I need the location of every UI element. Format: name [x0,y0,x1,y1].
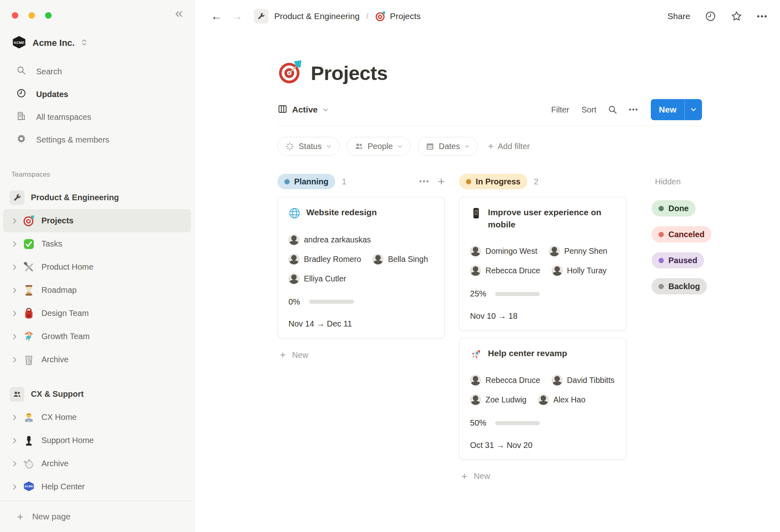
sidebar-item-roadmap[interactable]: Roadmap [0,279,194,302]
back-button[interactable]: ← [211,11,222,22]
filter-chip-dates[interactable]: Dates [418,137,478,156]
sidebar-item-archive-pe[interactable]: Archive [0,348,194,371]
sidebar-item-updates[interactable]: Updates [0,83,194,106]
chevron-right-icon[interactable] [11,263,19,271]
carousel-horse-icon [23,331,35,343]
chip-label: Dates [439,142,460,151]
progress-row: 0% [288,297,434,307]
page-title[interactable]: Projects [311,62,388,84]
sidebar-item-label: Archive [41,459,69,468]
history-clock-button[interactable] [705,11,716,22]
board-view-icon [277,104,288,116]
rocket-icon [470,348,482,360]
sidebar-item-label: Product Home [41,262,93,272]
status-tag-backlog[interactable]: Backlog [652,278,707,294]
plus-icon: + [280,350,286,360]
card-title-row: Improve user experience on mobile [470,206,615,231]
sidebar-item-product-home[interactable]: Product Home [0,255,194,279]
sidebar-item-search[interactable]: Search [0,60,194,83]
column-count: 2 [534,177,538,186]
breadcrumb-separator: / [366,12,368,21]
view-tab-active[interactable]: Active [277,104,329,116]
status-label: In Progress [476,177,520,186]
status-dot [659,206,664,211]
chevron-right-icon[interactable] [11,217,19,225]
status-pill-planning[interactable]: Planning [277,174,335,189]
avatar [470,246,481,257]
view-more-button[interactable]: ••• [629,106,639,114]
chevron-right-icon[interactable] [11,413,19,422]
hidden-columns-label[interactable]: Hidden [652,173,780,190]
window-controls [0,0,194,19]
chevron-right-icon[interactable] [11,483,19,491]
sort-button[interactable]: Sort [581,105,596,115]
share-button[interactable]: Share [667,11,690,21]
workspace-switcher[interactable]: ACME Acme Inc. [11,34,194,52]
column-more-button[interactable]: ••• [419,177,430,186]
new-button[interactable]: New [651,99,685,120]
chevron-right-icon[interactable] [11,437,19,445]
chevron-right-icon[interactable] [11,356,19,364]
search-button[interactable] [608,105,618,115]
more-options-button[interactable]: ••• [757,12,768,21]
progress-label: 25% [470,289,486,298]
breadcrumb-current[interactable]: Projects [390,11,421,21]
avatar [288,254,299,265]
sidebar-item-support-home[interactable]: Support Home [0,429,194,452]
sidebar-item-archive-cx[interactable]: Archive [0,452,194,475]
close-button[interactable] [12,12,18,19]
hidden-columns-section: Hidden Done Canceled Paused [652,173,780,294]
assignee: Domingo West [470,246,537,257]
chevron-right-icon[interactable] [11,309,19,318]
collapse-sidebar-button[interactable]: « [175,6,183,19]
acme-badge-icon: ACME [23,481,35,493]
page-icon-target[interactable] [277,60,303,87]
fullscreen-button[interactable] [45,12,52,19]
chevron-right-icon[interactable] [11,240,19,248]
status-pill-in-progress[interactable]: In Progress [459,174,527,189]
column-add-button[interactable]: + [438,175,445,188]
status-tag-paused[interactable]: Paused [652,252,704,268]
sidebar-item-help-center[interactable]: ACME Help Center [0,475,194,498]
sidebar-item-cx-home[interactable]: CX Home [0,406,194,429]
filter-chip-status[interactable]: Status [277,137,340,156]
assignee: Bradley Romero [288,254,361,265]
sidebar-item-growth-team[interactable]: Growth Team [0,325,194,348]
favorite-star-button[interactable] [731,11,742,22]
chevron-right-icon[interactable] [11,460,19,468]
sidebar-item-label: CX Home [41,413,77,422]
sidebar-item-all-teamspaces[interactable]: All teamspaces [0,106,194,128]
filter-chip-people[interactable]: People [347,137,411,156]
sidebar-item-label: Archive [41,355,69,364]
minimize-button[interactable] [28,12,35,19]
project-card-help-center-revamp[interactable]: Help center revamp Rebecca Druce David T… [459,338,626,460]
status-dot [659,258,664,263]
sidebar-item-tasks[interactable]: Tasks [0,232,194,255]
sidebar-item-projects[interactable]: Projects [3,209,191,232]
status-tag-canceled[interactable]: Canceled [652,226,711,242]
status-tag-done[interactable]: Done [652,200,696,216]
teamspace-product-engineering[interactable]: Product & Engineering [0,186,194,209]
new-dropdown-button[interactable] [685,99,702,120]
card-title: Improve user experience on mobile [488,206,615,231]
wrench-icon [10,190,24,205]
project-card-improve-mobile-ux[interactable]: Improve user experience on mobile Doming… [459,197,626,331]
breadcrumb-parent[interactable]: Product & Engineering [274,11,360,21]
new-page-button[interactable]: + New page [0,501,194,532]
kanban-board: Planning 1 ••• + Website redesign [277,173,780,483]
add-card-button[interactable]: + New [459,469,626,483]
filter-button[interactable]: Filter [551,105,569,115]
teamspaces-section-label: Teamspaces [11,171,194,180]
add-filter-button[interactable]: + Add filter [488,141,530,151]
sidebar-item-design-team[interactable]: Design Team [0,302,194,325]
project-card-website-redesign[interactable]: Website redesign andrea zarkauskas Bradl… [277,197,445,338]
teamspace-cx-support[interactable]: CX & Support [0,383,194,406]
avatar [552,375,563,386]
chevron-right-icon[interactable] [11,333,19,341]
forward-button[interactable]: → [232,11,243,22]
chevron-right-icon[interactable] [11,286,19,294]
calendar-icon [425,142,435,151]
add-card-button[interactable]: + New [277,348,445,362]
progress-bar [309,300,354,304]
sidebar-item-settings[interactable]: Settings & members [0,128,194,151]
